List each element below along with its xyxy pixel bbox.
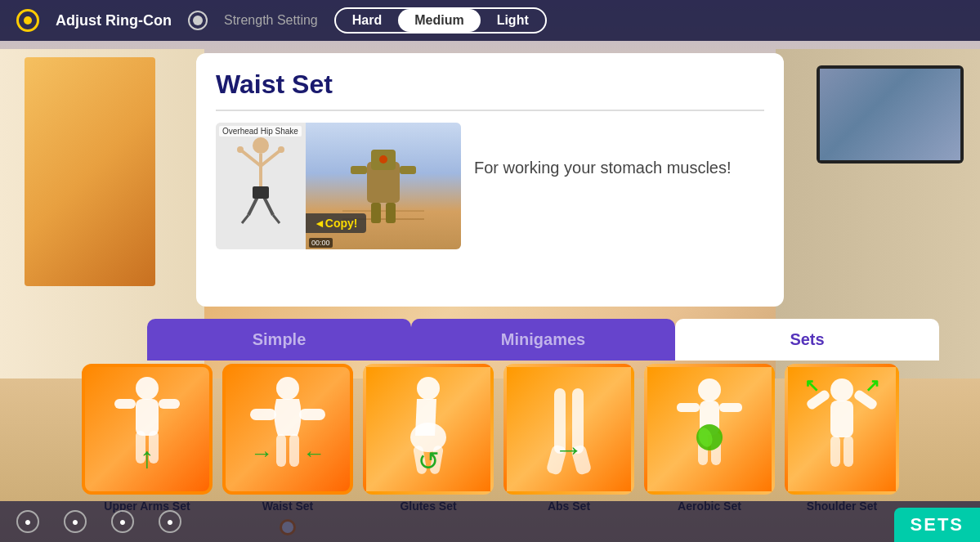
tab-simple[interactable]: Simple	[147, 319, 411, 361]
aerobic-figure	[647, 367, 772, 491]
svg-point-31	[417, 377, 440, 400]
svg-point-26	[276, 377, 299, 400]
game-area: ◄Copy! 00:00	[306, 123, 461, 249]
svg-point-47	[830, 379, 853, 401]
sets-grid: ↑ Upper Arms Set → ←	[82, 364, 964, 513]
bottom-icon-4: ●	[159, 510, 181, 533]
strength-light-button[interactable]: Light	[481, 9, 545, 32]
strength-setting-label: Strength Setting	[224, 13, 318, 28]
set-card-abs[interactable]: → Abs Set	[503, 364, 634, 513]
copy-banner: ◄Copy!	[306, 213, 366, 233]
bottom-circle-1: ●	[16, 510, 39, 533]
window-bg	[25, 57, 155, 286]
svg-rect-29	[276, 434, 286, 467]
stick-figure-svg	[232, 133, 289, 240]
strength-hard-button[interactable]: Hard	[336, 9, 398, 32]
svg-point-39	[698, 379, 721, 401]
waist-svg	[239, 372, 337, 486]
adjust-ring-label: Adjust Ring-Con	[56, 12, 172, 29]
set-card-shoulder-image: ↖ ↗	[785, 364, 899, 495]
set-card-abs-image: →	[503, 364, 634, 495]
top-bar: Adjust Ring-Con Strength Setting Hard Me…	[0, 0, 980, 41]
preview-label: Overhead Hip Shake	[219, 126, 302, 137]
svg-point-20	[136, 377, 159, 400]
svg-rect-21	[136, 399, 159, 436]
panel-description: For working your stomach muscles!	[474, 123, 732, 180]
tv-screen	[820, 69, 960, 160]
ring-con-icon-inner	[24, 16, 32, 25]
svg-line-8	[242, 215, 248, 223]
preview-time: 00:00	[309, 238, 333, 248]
set-card-waist-image: → ←	[222, 364, 353, 495]
set-card-aerobic-image	[644, 364, 775, 495]
svg-rect-42	[719, 403, 742, 412]
up-arrow-icon: ↑	[140, 441, 154, 475]
svg-rect-52	[844, 436, 853, 467]
svg-rect-10	[253, 186, 269, 199]
svg-line-9	[273, 215, 280, 223]
svg-point-5	[278, 146, 284, 153]
bottom-icon-3: ●	[111, 510, 134, 533]
figure-area: Overhead Hip Shake	[216, 123, 306, 249]
tab-minigames[interactable]: Minigames	[411, 319, 675, 361]
set-card-glutes[interactable]: ↺ Glutes Set	[363, 364, 494, 513]
glutes-figure: ↺	[366, 367, 490, 491]
right-arrow-icon: →	[250, 441, 273, 467]
svg-rect-19	[386, 203, 396, 223]
svg-point-4	[237, 146, 244, 153]
bottom-icon-2: ●	[64, 510, 87, 533]
panel-body: Overhead Hip Shake	[216, 123, 764, 249]
abs-svg	[520, 372, 618, 486]
svg-rect-28	[299, 409, 325, 420]
svg-rect-27	[250, 409, 276, 420]
tab-sets[interactable]: Sets	[675, 319, 939, 361]
set-card-shoulder[interactable]: ↖ ↗ Shoulder Set	[785, 364, 899, 513]
shoulder-left-arrow-icon: ↖	[804, 375, 819, 396]
bottom-icon-1: ●	[16, 510, 39, 533]
svg-rect-23	[159, 399, 180, 409]
set-card-aerobic[interactable]: Aerobic Set	[644, 364, 775, 513]
bottom-circle-2: ●	[64, 510, 87, 533]
upper-arms-figure: ↑	[85, 367, 209, 491]
svg-rect-30	[289, 434, 299, 467]
bottom-circle-3: ●	[111, 510, 134, 533]
content-panel: Waist Set Overhead Hip Shake	[196, 53, 784, 307]
svg-rect-22	[114, 399, 136, 409]
svg-rect-16	[351, 166, 367, 174]
shoulder-figure: ↖ ↗	[788, 367, 896, 491]
svg-rect-17	[400, 166, 416, 174]
abs-arrow-icon: →	[554, 432, 584, 467]
strength-medium-button[interactable]: Medium	[398, 9, 480, 32]
curve-arrow-icon: ↺	[418, 446, 440, 477]
shoulder-right-arrow-icon: ↗	[865, 375, 879, 396]
category-tabs: Simple Minigames Sets	[147, 319, 939, 361]
bottom-circle-4: ●	[159, 510, 181, 533]
strength-selector: Hard Medium Light	[334, 7, 547, 34]
svg-rect-48	[830, 401, 853, 437]
set-card-waist[interactable]: → ← Waist Set	[222, 364, 353, 513]
svg-point-15	[379, 155, 387, 163]
set-card-upper-arms-image: ↑	[82, 364, 213, 495]
sets-badge: SETS	[894, 508, 980, 542]
set-card-upper-arms[interactable]: ↑ Upper Arms Set	[82, 364, 213, 513]
left-arrow-icon: ←	[302, 441, 325, 467]
panel-divider	[216, 110, 764, 111]
ring-con-icon	[16, 9, 39, 32]
abs-figure: →	[507, 367, 631, 491]
bottom-bar: ● ● ● ●	[0, 501, 980, 542]
set-card-glutes-image: ↺	[363, 364, 494, 495]
svg-point-0	[253, 137, 269, 154]
strength-icon	[188, 11, 208, 30]
svg-rect-51	[830, 436, 840, 467]
exercise-preview: Overhead Hip Shake	[216, 123, 461, 249]
svg-rect-41	[677, 403, 700, 412]
tv-bg	[817, 65, 964, 163]
panel-title: Waist Set	[216, 69, 764, 100]
aerobic-svg	[660, 372, 758, 486]
svg-rect-18	[371, 203, 381, 223]
waist-figure: → ←	[226, 367, 350, 491]
